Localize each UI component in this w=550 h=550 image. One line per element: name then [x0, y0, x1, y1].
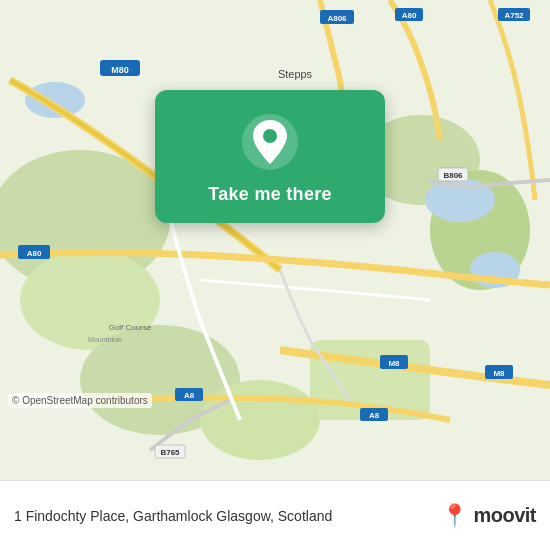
svg-text:A80: A80 [402, 11, 417, 20]
svg-text:M80: M80 [111, 65, 129, 75]
svg-text:M8: M8 [493, 369, 505, 378]
svg-text:Stepps: Stepps [278, 68, 313, 80]
svg-text:A80: A80 [27, 249, 42, 258]
svg-text:Golf Course: Golf Course [109, 323, 152, 332]
svg-text:A8: A8 [369, 411, 380, 420]
bottom-bar: 1 Findochty Place, Garthamlock Glasgow, … [0, 480, 550, 550]
svg-point-37 [263, 129, 277, 143]
address-text: 1 Findochty Place, Garthamlock Glasgow, … [14, 508, 431, 524]
svg-text:A806: A806 [327, 14, 347, 23]
overlay-card[interactable]: Take me there [155, 90, 385, 223]
svg-text:A752: A752 [504, 11, 524, 20]
location-pin-icon [240, 112, 300, 172]
svg-text:Mountblow: Mountblow [88, 336, 123, 343]
svg-text:A8: A8 [184, 391, 195, 400]
svg-point-7 [200, 380, 320, 460]
moovit-logo: 📍 moovit [441, 503, 536, 529]
svg-text:M8: M8 [388, 359, 400, 368]
svg-text:B765: B765 [160, 448, 180, 457]
moovit-logo-text: moovit [473, 504, 536, 527]
map-container: M80 A80 M8 M8 A8 A8 A806 A80 A752 B806 [0, 0, 550, 480]
svg-text:B806: B806 [443, 171, 463, 180]
map-attribution: © OpenStreetMap contributors [8, 393, 152, 408]
svg-point-10 [25, 82, 85, 118]
moovit-pin-icon: 📍 [441, 503, 468, 529]
take-me-there-button[interactable]: Take me there [208, 184, 332, 205]
